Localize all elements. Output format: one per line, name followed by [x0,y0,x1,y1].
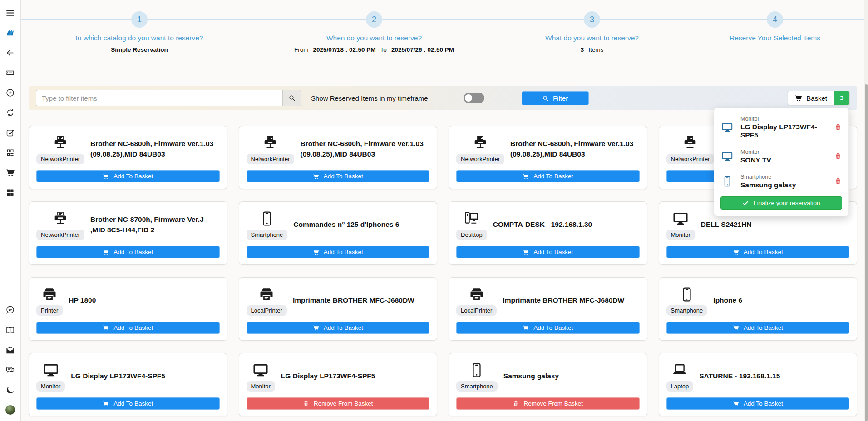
trash-icon [834,123,842,131]
user-avatar[interactable] [5,405,15,415]
category-tag: LocalPrinter [456,305,497,316]
step-subtitle: 3Items [485,46,699,54]
cart-icon [103,401,109,407]
network-printer-icon [50,134,71,152]
cart-icon [103,249,109,255]
cart-icon [733,401,739,407]
add-to-basket-button[interactable]: Add To Basket [247,170,430,182]
category-tag: Printer [36,305,63,316]
remove-from-basket-button[interactable]: Remove From Basket [456,397,640,410]
item-card: LaptopSATURNE - 192.168.1.15Add To Baske… [659,353,858,416]
item-card: PrinterHP 1800Add To Basket [29,277,227,341]
card-top: PrinterHP 1800 [36,283,220,318]
filter-button[interactable]: Filter [522,91,589,105]
show-reserved-label: Show Reserved Items in my timeframe [311,94,428,102]
add-to-basket-button[interactable]: Add To Basket [247,246,430,258]
item-card: NetworkPrinterBrother NC-8700h, Firmware… [29,201,227,265]
card-top: DesktopCOMPTA-DESK - 192.168.1.30 [456,207,640,242]
basket-item: MonitorLG Display LP173WF4-SPF5 [720,111,842,144]
add-to-basket-button[interactable]: Add To Basket [456,322,640,334]
search-button[interactable] [282,90,301,106]
qr-code-button[interactable] [5,148,15,157]
button-label: Add To Basket [113,324,153,331]
toggle-knob [465,94,472,102]
filter-input[interactable] [36,90,282,106]
scrollbar-thumb[interactable] [865,84,868,421]
category-tag: Smartphone [456,381,498,392]
finalize-reservation-button[interactable]: Finalize your reservation [720,196,842,210]
stepper-step-2: 2When do you want to reserve?From2025/07… [267,11,481,54]
card-left: Monitor [36,362,65,392]
moon-button[interactable] [5,385,15,395]
trash-icon [834,152,842,160]
book-button[interactable] [5,325,15,335]
scrollbar[interactable] [864,0,868,421]
back-arrow-button[interactable] [5,48,15,58]
smartphone-icon [720,176,734,187]
comment-button[interactable] [5,305,15,315]
step-title: What do you want to reserve? [485,34,699,42]
grid-button[interactable] [5,188,15,197]
card-top: LocalPrinterImprimante BROTHER MFC-J680D… [456,283,640,318]
card-left: NetworkPrinter [666,134,715,164]
add-to-basket-button[interactable]: Add To Basket [666,397,850,410]
card-top: MonitorLG Display LP173WF4-SPF5 [36,359,220,394]
comment-icon [5,305,15,315]
add-to-basket-button[interactable]: Add To Basket [666,322,850,334]
basket-item: MonitorSONY TV [720,144,842,169]
card-left: LocalPrinter [456,286,497,316]
laptop-icon [669,362,690,379]
sync-button[interactable] [5,108,15,117]
card-left: Smartphone [666,286,708,316]
basket-item-remove-button[interactable] [834,152,842,161]
item-title: DELL S2421HN [701,220,754,230]
button-label: Add To Basket [113,173,153,180]
add-to-basket-button[interactable]: Add To Basket [456,246,640,258]
sidebar-top-icons [5,8,15,197]
search-icon [288,94,296,102]
add-to-basket-button[interactable]: Add To Basket [36,322,220,334]
check-square-button[interactable] [5,128,15,137]
category-tag: Monitor [247,381,275,392]
stepper: 1In which catalog do you want to reserve… [21,0,868,73]
add-to-basket-button[interactable]: Add To Basket [36,246,220,258]
local-printer-icon [256,286,277,303]
item-title: SATURNE - 192.168.1.15 [699,371,782,381]
plus-circle-button[interactable] [5,88,15,98]
app-logo-button[interactable] [5,28,15,38]
basket-item-remove-button[interactable] [834,123,842,132]
category-tag: Monitor [36,381,65,392]
chat-button[interactable] [5,365,15,375]
card-left: Laptop [666,362,694,392]
cart-button[interactable] [5,168,15,177]
card-top: NetworkPrinterBrother NC-6800h, Firmware… [36,132,220,166]
basket-item-text: MonitorSONY TV [740,149,771,164]
remove-from-basket-button[interactable]: Remove From Basket [247,397,430,410]
add-to-basket-button[interactable]: Add To Basket [36,170,220,182]
add-to-basket-button[interactable]: Add To Basket [666,246,850,258]
check-icon [742,200,749,206]
show-reserved-toggle[interactable] [464,93,484,103]
basket-count-badge: 3 [834,91,849,105]
sidebar-bottom-icons [5,305,15,415]
category-tag: NetworkPrinter [247,154,295,164]
card-top: SmartphoneIphone 6 [666,283,850,318]
item-title: Brother NC-6800h, Firmware Ver.1.03 (09.… [90,139,220,159]
cart-icon [523,173,529,180]
plus-circle-icon [5,88,15,98]
basket-item-remove-button[interactable] [834,177,842,186]
basket-item-name: SONY TV [740,156,771,164]
mail-button[interactable] [5,345,15,355]
card-top: NetworkPrinterBrother NC-8700h, Firmware… [36,207,220,242]
card-left: NetworkPrinter [36,210,84,240]
category-tag: NetworkPrinter [666,154,715,164]
ticket-button[interactable] [5,68,15,78]
basket-button[interactable]: Basket 3 [788,91,850,105]
step-number: 2 [366,11,382,28]
add-to-basket-button[interactable]: Add To Basket [36,397,220,410]
add-to-basket-button[interactable]: Add To Basket [247,322,430,334]
menu-button[interactable] [5,8,15,18]
button-label: Remove From Basket [314,400,373,407]
item-title: Iphone 6 [713,295,744,305]
add-to-basket-button[interactable]: Add To Basket [456,170,640,182]
